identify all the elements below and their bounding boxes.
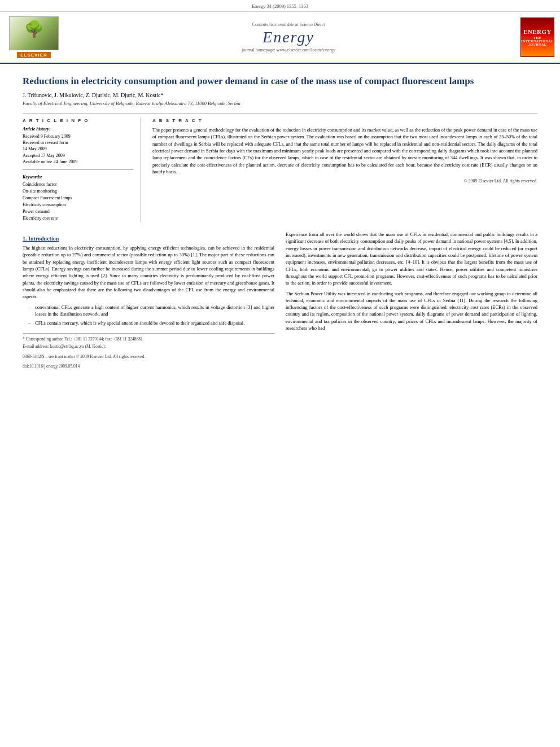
- issn-line: 0360-5442/$ – see front matter © 2009 El…: [23, 354, 274, 359]
- journal-homepage: journal homepage: www.elsevier.com/locat…: [68, 47, 509, 53]
- bullet-item-1: – conventional CFLs generate a high cont…: [28, 304, 274, 318]
- bullet-text-1: conventional CFLs generate a high conten…: [35, 304, 274, 318]
- article-title: Reductions in electricity consumption an…: [23, 75, 537, 88]
- elsevier-tree-image: [9, 16, 59, 50]
- keyword-2: On-site monitoring: [23, 188, 134, 195]
- journal-ref-text: Energy 34 (2009) 1355–1363: [252, 3, 308, 9]
- bullet-item-2: – CFLs contain mercury, which is why spe…: [28, 320, 274, 326]
- sciencedirect-text: Contents lists available at ScienceDirec…: [252, 22, 325, 27]
- badge-subtitle: THE INTERNATIONALJOURNAL: [521, 36, 553, 46]
- section1-para1: The highest reductions in electricity co…: [23, 244, 274, 300]
- journal-reference: Energy 34 (2009) 1355–1363: [0, 0, 560, 12]
- accepted-date: Accepted 17 May 2009: [23, 152, 134, 159]
- abstract-column: A B S T R A C T The paper presents a gen…: [152, 118, 537, 222]
- keyword-1: Coincidence factor: [23, 181, 134, 188]
- body-right-column: Experience from all over the world shows…: [286, 231, 537, 369]
- body-content: 1. Introduction The highest reductions i…: [23, 231, 537, 369]
- keyword-4: Electricity consumption: [23, 202, 134, 208]
- keyword-5: Power demand: [23, 208, 134, 215]
- main-content: Reductions in electricity consumption an…: [0, 64, 560, 380]
- keyword-3: Compact fluorescent lamps: [23, 195, 134, 202]
- article-info-column: A R T I C L E I N F O Article history: R…: [23, 118, 141, 222]
- journal-name: Energy: [68, 28, 509, 46]
- elsevier-logo: ELSEVIER: [6, 16, 62, 58]
- abstract-label: A B S T R A C T: [152, 118, 537, 123]
- affiliation: Faculty of Electrical Engineering, Unive…: [23, 101, 537, 106]
- bullet-dash-2: –: [28, 320, 33, 326]
- sciencedirect-line: Contents lists available at ScienceDirec…: [68, 22, 509, 27]
- revised-label: Received in revised form: [23, 139, 134, 146]
- body-left-column: 1. Introduction The highest reductions i…: [23, 231, 274, 369]
- bullet-list: – conventional CFLs generate a high cont…: [28, 304, 274, 327]
- authors: J. Trifunovic, J. Mikulovic, Z. Djurisic…: [23, 92, 537, 98]
- bullet-text-2: CFLs contain mercury, which is why speci…: [35, 320, 244, 326]
- keywords-label: Keywords:: [23, 174, 134, 180]
- copyright: © 2009 Elsevier Ltd. All rights reserved…: [152, 178, 537, 184]
- journal-header: ELSEVIER Contents lists available at Sci…: [0, 12, 560, 64]
- energy-badge: ENERGY THE INTERNATIONALJOURNAL: [520, 18, 554, 57]
- revised-date: 14 May 2009: [23, 146, 134, 152]
- section1-heading: 1. Introduction: [23, 235, 274, 242]
- keyword-6: Electricity cost rate: [23, 215, 134, 222]
- abstract-body: The paper presents a general methodology…: [152, 127, 537, 174]
- abstract-text: The paper presents a general methodology…: [152, 126, 537, 175]
- elsevier-label: ELSEVIER: [17, 52, 51, 58]
- bullet-dash-1: –: [28, 304, 33, 318]
- journal-center: Contents lists available at ScienceDirec…: [68, 22, 509, 53]
- footnote-email: E-mail address: kostic@etf.bg.ac.yu (M. …: [23, 344, 274, 350]
- section1-para-right1: Experience from all over the world shows…: [286, 231, 537, 287]
- journal-logo-right: ENERGY THE INTERNATIONALJOURNAL: [509, 18, 554, 57]
- divider: [23, 169, 134, 170]
- article-info-label: A R T I C L E I N F O: [23, 118, 134, 123]
- article-history-label: Article history:: [23, 126, 134, 132]
- footnote-corresponding: * Corresponding author. Tel.: +381 11 33…: [23, 337, 274, 343]
- received-date: Received 9 February 2009: [23, 133, 134, 139]
- footnote-area: * Corresponding author. Tel.: +381 11 33…: [23, 333, 274, 369]
- badge-title: ENERGY: [523, 28, 552, 35]
- doi-line: doi:10.1016/j.energy.2009.05.014: [23, 364, 274, 369]
- available-date: Available online 24 June 2009: [23, 159, 134, 165]
- article-info-abstract: A R T I C L E I N F O Article history: R…: [23, 113, 537, 222]
- section1-para-right2: The Serbian Power Utility was interested…: [286, 290, 537, 332]
